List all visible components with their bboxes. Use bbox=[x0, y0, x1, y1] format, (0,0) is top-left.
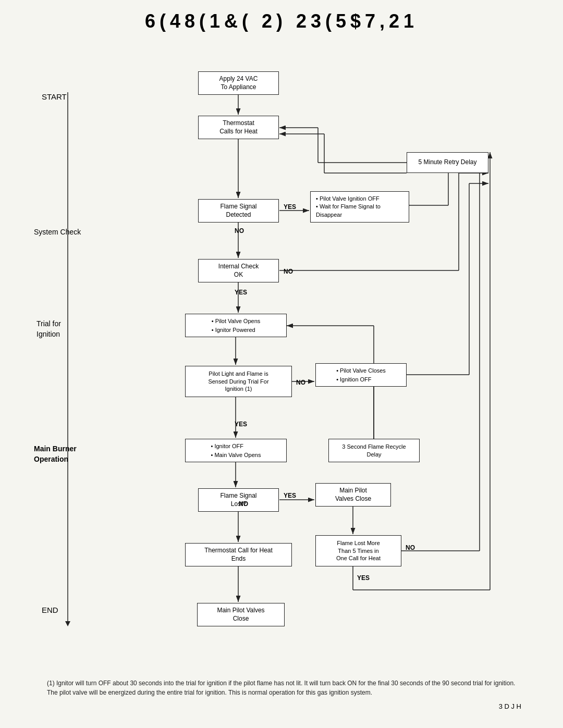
label-start: START bbox=[42, 92, 67, 101]
box-pilot-opens: • Pilot Valve Opens • Ignitor Powered bbox=[185, 314, 287, 337]
label-no-internal-check: NO bbox=[284, 268, 293, 275]
label-main-burner: Main BurnerOperation bbox=[34, 444, 77, 464]
label-no-pilot-sensed: NO bbox=[296, 379, 305, 386]
page-title: 6(48(1&( 2) 23(5$7,21 bbox=[21, 10, 542, 32]
box-main-pilot-close1: Main Pilot Valves Close bbox=[315, 483, 391, 507]
flowchart-arrows bbox=[31, 43, 532, 668]
box-5min-retry: 5 Minute Retry Delay bbox=[407, 152, 488, 173]
label-no-5times: NO bbox=[406, 544, 415, 551]
box-pilot-valve-closes: • Pilot Valve Closes • Ignition OFF bbox=[315, 363, 407, 387]
box-flame-lost-5: Flame Lost MoreThan 5 Times inOne Call f… bbox=[315, 535, 401, 566]
box-ignitor-off: • Ignitor OFF • Main Valve Opens bbox=[185, 439, 287, 462]
box-pilot-light-sensed: Pilot Light and Flame isSensed During Tr… bbox=[185, 366, 292, 397]
label-yes-pilot-sensed: YES bbox=[235, 421, 247, 428]
page: 6(48(1&( 2) 23(5$7,21 bbox=[0, 0, 563, 728]
label-yes-flame-lost: YES bbox=[284, 492, 296, 499]
box-pilot-valve-ignition-off: • Pilot Valve Ignition OFF • Wait for Fl… bbox=[310, 191, 409, 223]
box-flame-signal-detected: Flame Signal Detected bbox=[198, 199, 279, 223]
label-end: END bbox=[42, 606, 58, 614]
box-main-pilot-close2: Main Pilot Valves Close bbox=[197, 603, 285, 626]
label-yes-5times: YES bbox=[357, 574, 370, 582]
label-yes-internal-check: YES bbox=[235, 289, 247, 296]
footnote: (1) Ignitor will turn OFF about 30 secon… bbox=[47, 678, 516, 697]
box-apply-vac: Apply 24 VAC To Appliance bbox=[198, 71, 279, 95]
label-yes-flame-detected: YES bbox=[284, 203, 296, 211]
box-3sec-delay: 3 Second Flame Recycle Delay bbox=[328, 439, 420, 462]
box-internal-check: Internal Check OK bbox=[198, 259, 279, 282]
svg-marker-3 bbox=[65, 621, 70, 626]
diagram-area: START System Check Trial forIgnition Mai… bbox=[31, 43, 532, 668]
label-no-flame-detected: NO bbox=[235, 227, 244, 235]
label-system-check: System Check bbox=[34, 228, 81, 236]
label-trial-ignition: Trial forIgnition bbox=[36, 319, 61, 339]
label-no-flame-lost: NO bbox=[239, 500, 248, 508]
box-thermostat-calls: Thermostat Calls for Heat bbox=[198, 116, 279, 139]
box-thermostat-ends: Thermostat Call for Heat Ends bbox=[185, 543, 292, 566]
page-number: 3 D J H bbox=[21, 702, 521, 710]
